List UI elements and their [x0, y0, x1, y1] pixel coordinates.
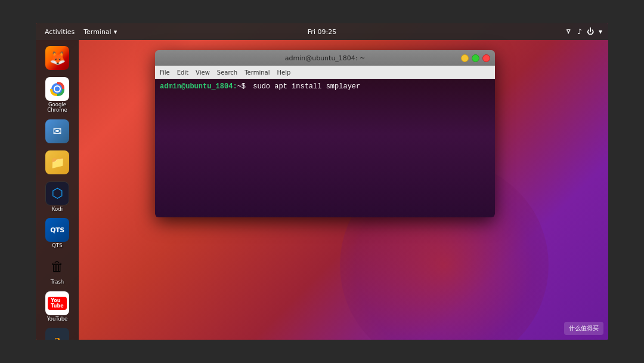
dock-item-firefox[interactable] [40, 44, 75, 73]
screen: Activities Terminal ▾ Fri 09:25 ⛛ ♪ ⏻ ▾ [36, 23, 608, 340]
menu-file[interactable]: File [160, 69, 170, 76]
minimize-button[interactable] [461, 54, 469, 62]
prompt-dollar: $ [242, 82, 250, 91]
terminal-menu-label: Terminal [83, 28, 112, 36]
desktop: Activities Terminal ▾ Fri 09:25 ⛛ ♪ ⏻ ▾ [36, 23, 608, 340]
menu-edit[interactable]: Edit [177, 69, 188, 76]
terminal-window: admin@ubuntu_1804: ~ File Edit View Sear… [155, 50, 495, 217]
topbar-clock: Fri 09:25 [308, 28, 336, 36]
terminal-menu[interactable]: Terminal ▾ [83, 28, 117, 36]
terminal-body[interactable]: admin@ubuntu_1804: ~ $ sudo apt install … [155, 79, 495, 217]
menu-help[interactable]: Help [277, 69, 290, 76]
dock: Google Chrome Kodi QTS [36, 40, 79, 340]
dock-item-trash[interactable]: Trash [40, 252, 75, 287]
prompt-path: ~ [237, 82, 242, 91]
kodi-label: Kodi [52, 207, 63, 212]
topbar-right: ⛛ ♪ ⏻ ▾ [565, 27, 602, 36]
trash-label: Trash [51, 279, 64, 285]
qts-icon: QTS [45, 218, 69, 242]
qts-text: QTS [50, 226, 64, 234]
menu-view[interactable]: View [196, 69, 210, 76]
trash-icon [45, 254, 69, 278]
amazon-icon: a [45, 328, 69, 340]
menu-terminal[interactable]: Terminal [244, 69, 270, 76]
chrome-icon [45, 77, 69, 101]
dock-item-youtube[interactable]: YouTube YouTube [40, 289, 75, 324]
terminal-window-title: admin@ubuntu_1804: ~ [285, 54, 366, 62]
kodi-icon [45, 182, 69, 205]
terminal-menubar: File Edit View Search Terminal Help [155, 66, 495, 79]
svg-point-2 [55, 87, 60, 91]
activities-button[interactable]: Activities [42, 27, 78, 37]
prompt-command: sudo apt install smplayer [253, 82, 360, 91]
close-button[interactable] [482, 54, 490, 62]
qts-label: QTS [52, 243, 62, 248]
sound-icon[interactable]: ♪ [577, 27, 582, 36]
youtube-logo: YouTube [48, 297, 67, 310]
maximize-button[interactable] [472, 54, 479, 62]
watermark-text: 什么值得买 [569, 325, 599, 331]
email-icon [45, 119, 69, 143]
topbar-left: Activities Terminal ▾ [42, 27, 117, 37]
dock-item-qts[interactable]: QTS QTS [40, 216, 75, 251]
dock-item-chrome[interactable]: Google Chrome [40, 75, 75, 116]
youtube-label: YouTube [47, 316, 68, 322]
terminal-menu-arrow: ▾ [114, 28, 117, 36]
terminal-titlebar: admin@ubuntu_1804: ~ [155, 50, 495, 66]
files-icon [45, 150, 69, 174]
prompt-user: admin@ubuntu_1804: [160, 82, 237, 91]
monitor: Activities Terminal ▾ Fri 09:25 ⛛ ♪ ⏻ ▾ [0, 0, 644, 363]
dock-item-amazon[interactable]: a [40, 325, 75, 340]
menu-search[interactable]: Search [217, 69, 237, 76]
youtube-icon: YouTube [45, 291, 69, 315]
terminal-prompt-line: admin@ubuntu_1804: ~ $ sudo apt install … [160, 82, 490, 91]
topbar-arrow: ▾ [599, 27, 602, 36]
power-icon[interactable]: ⏻ [587, 27, 594, 36]
dock-item-email[interactable] [40, 117, 75, 147]
dock-item-kodi[interactable]: Kodi [40, 179, 75, 214]
watermark: 什么值得买 [564, 322, 603, 335]
topbar: Activities Terminal ▾ Fri 09:25 ⛛ ♪ ⏻ ▾ [36, 23, 608, 40]
network-icon[interactable]: ⛛ [565, 27, 572, 36]
chrome-label: Google Chrome [41, 102, 73, 113]
window-controls [461, 54, 490, 62]
firefox-icon [45, 46, 69, 70]
dock-item-files[interactable] [40, 148, 75, 178]
